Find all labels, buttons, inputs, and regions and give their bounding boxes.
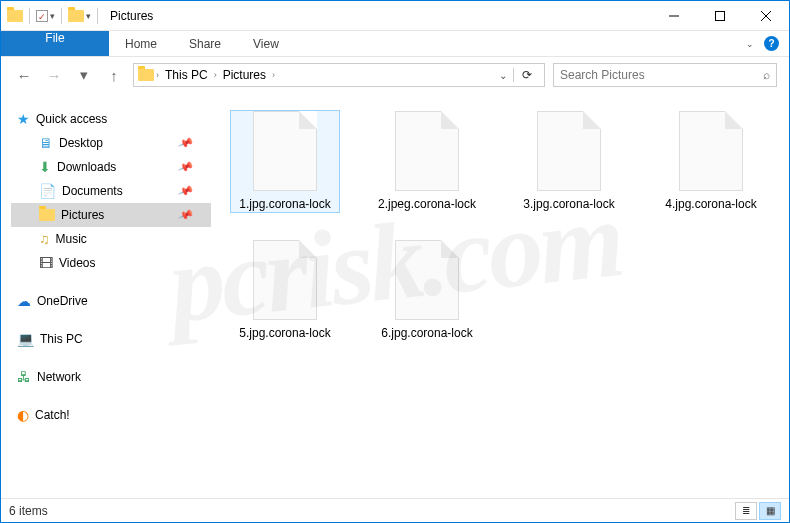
tab-share[interactable]: Share — [173, 31, 237, 56]
network-icon: 🖧 — [17, 369, 31, 385]
tab-file[interactable]: File — [1, 31, 109, 56]
pin-icon: 📌 — [177, 158, 195, 175]
breadcrumb-pictures[interactable]: Pictures — [219, 68, 270, 82]
icons-view-button[interactable]: ▦ — [759, 502, 781, 520]
sidebar-item-desktop[interactable]: 🖥 Desktop 📌 — [11, 131, 211, 155]
body: ★ Quick access 🖥 Desktop 📌 ⬇ Downloads 📌… — [1, 93, 789, 498]
search-icon: ⌕ — [763, 68, 770, 82]
file-name: 2.jpeg.corona-lock — [378, 197, 476, 212]
file-name: 3.jpg.corona-lock — [523, 197, 614, 212]
tab-view[interactable]: View — [237, 31, 295, 56]
separator — [29, 8, 30, 24]
pin-icon: 📌 — [177, 134, 195, 151]
file-icon — [395, 240, 459, 320]
address-dropdown-icon[interactable]: ⌄ — [493, 70, 513, 81]
file-item[interactable]: 2.jpeg.corona-lock — [373, 111, 481, 212]
file-item[interactable]: 3.jpg.corona-lock — [515, 111, 623, 212]
details-view-button[interactable]: ≣ — [735, 502, 757, 520]
tab-home[interactable]: Home — [109, 31, 173, 56]
file-name: 6.jpg.corona-lock — [381, 326, 472, 341]
up-button[interactable]: ↑ — [103, 64, 125, 86]
chevron-right-icon[interactable]: › — [154, 70, 161, 80]
sidebar-item-label: Documents — [62, 184, 123, 198]
pin-icon: 📌 — [177, 206, 195, 223]
chevron-right-icon[interactable]: › — [212, 70, 219, 80]
chevron-right-icon[interactable]: › — [270, 70, 277, 80]
file-item[interactable]: 4.jpg.corona-lock — [657, 111, 765, 212]
file-name: 1.jpg.corona-lock — [239, 197, 330, 212]
sidebar-item-videos[interactable]: 🎞 Videos — [11, 251, 211, 275]
folder-icon — [68, 8, 84, 24]
close-button[interactable] — [743, 1, 789, 31]
sidebar-root-label: This PC — [40, 332, 83, 346]
svg-rect-1 — [716, 11, 725, 20]
file-icon — [253, 240, 317, 320]
sidebar-quick-access[interactable]: ★ Quick access — [11, 107, 211, 131]
file-name: 5.jpg.corona-lock — [239, 326, 330, 341]
location-icon — [138, 67, 154, 83]
separator — [61, 8, 62, 24]
quick-access-toolbar: ✓ ▾ ▾ Pictures — [1, 8, 153, 24]
address-bar[interactable]: › This PC › Pictures › ⌄ ⟳ — [133, 63, 545, 87]
sidebar-item-label: Desktop — [59, 136, 103, 150]
sidebar-network[interactable]: 🖧 Network — [11, 365, 211, 389]
pin-icon: 📌 — [177, 182, 195, 199]
sidebar-item-label: Videos — [59, 256, 95, 270]
nav-row: ← → ▾ ↑ › This PC › Pictures › ⌄ ⟳ Searc… — [1, 57, 789, 93]
sidebar-item-pictures[interactable]: Pictures 📌 — [11, 203, 211, 227]
search-input[interactable]: Search Pictures ⌕ — [553, 63, 777, 87]
search-placeholder: Search Pictures — [560, 68, 645, 82]
sidebar-root-label: OneDrive — [37, 294, 88, 308]
qat-dropdown-icon[interactable]: ▾ — [50, 11, 55, 21]
file-icon — [395, 111, 459, 191]
expand-ribbon-icon[interactable]: ⌄ — [746, 39, 754, 49]
sidebar-root-label: Catch! — [35, 408, 70, 422]
file-item[interactable]: 1.jpg.corona-lock — [231, 111, 339, 212]
music-icon: ♫ — [39, 231, 50, 247]
forward-button[interactable]: → — [43, 64, 65, 86]
sidebar-onedrive[interactable]: ☁ OneDrive — [11, 289, 211, 313]
breadcrumb-this-pc[interactable]: This PC — [161, 68, 212, 82]
sidebar-root-label: Network — [37, 370, 81, 384]
pc-icon: 💻 — [17, 331, 34, 347]
quick-access-label: Quick access — [36, 112, 107, 126]
file-pane[interactable]: 1.jpg.corona-lock 2.jpeg.corona-lock 3.j… — [211, 93, 789, 498]
documents-icon: 📄 — [39, 183, 56, 199]
file-item[interactable]: 5.jpg.corona-lock — [231, 240, 339, 341]
sidebar-this-pc[interactable]: 💻 This PC — [11, 327, 211, 351]
videos-icon: 🎞 — [39, 255, 53, 271]
minimize-button[interactable] — [651, 1, 697, 31]
sidebar-item-label: Downloads — [57, 160, 116, 174]
back-button[interactable]: ← — [13, 64, 35, 86]
pictures-icon — [39, 207, 55, 223]
star-icon: ★ — [17, 111, 30, 127]
titlebar: ✓ ▾ ▾ Pictures — [1, 1, 789, 31]
file-icon — [679, 111, 743, 191]
cloud-icon: ☁ — [17, 293, 31, 309]
window-controls — [651, 1, 789, 31]
qat-dropdown2-icon[interactable]: ▾ — [86, 11, 91, 21]
sidebar-item-downloads[interactable]: ⬇ Downloads 📌 — [11, 155, 211, 179]
refresh-button[interactable]: ⟳ — [513, 68, 540, 82]
ribbon: File Home Share View ⌄ ? — [1, 31, 789, 57]
recent-locations-button[interactable]: ▾ — [73, 64, 95, 86]
file-icon — [253, 111, 317, 191]
file-item[interactable]: 6.jpg.corona-lock — [373, 240, 481, 341]
sidebar-item-label: Music — [56, 232, 87, 246]
help-icon[interactable]: ? — [764, 36, 779, 51]
explorer-icon — [7, 8, 23, 24]
maximize-button[interactable] — [697, 1, 743, 31]
desktop-icon: 🖥 — [39, 135, 53, 151]
properties-icon[interactable]: ✓ — [36, 10, 48, 22]
sidebar-catch[interactable]: ◐ Catch! — [11, 403, 211, 427]
catch-icon: ◐ — [17, 407, 29, 423]
sidebar-item-documents[interactable]: 📄 Documents 📌 — [11, 179, 211, 203]
file-name: 4.jpg.corona-lock — [665, 197, 756, 212]
downloads-icon: ⬇ — [39, 159, 51, 175]
status-text: 6 items — [9, 504, 48, 518]
sidebar-item-music[interactable]: ♫ Music — [11, 227, 211, 251]
title-separator — [97, 8, 98, 24]
sidebar: ★ Quick access 🖥 Desktop 📌 ⬇ Downloads 📌… — [1, 93, 211, 498]
sidebar-item-label: Pictures — [61, 208, 104, 222]
window-title: Pictures — [110, 9, 153, 23]
